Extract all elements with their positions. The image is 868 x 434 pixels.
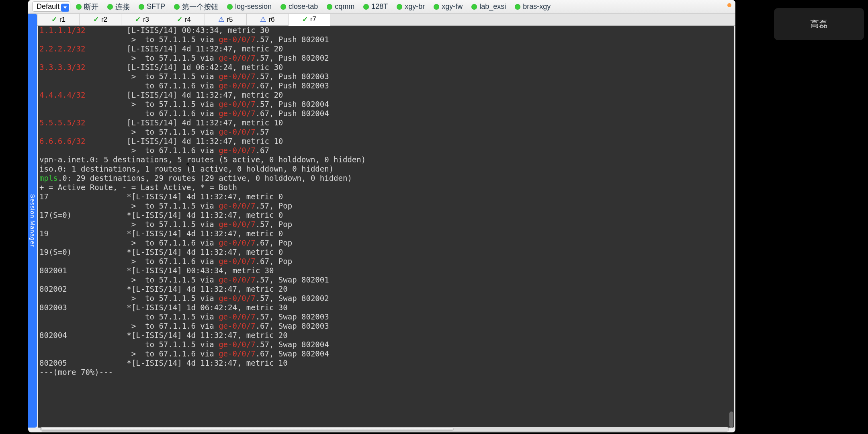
toolbar-button-第一个按钮[interactable]: 第一个按钮	[174, 2, 218, 12]
tab-label: r2	[101, 16, 107, 24]
terminal-highlight: ge-0/0/7	[219, 72, 256, 81]
terminal-text: > to 67.1.1.6 via	[39, 321, 219, 330]
tab-r2[interactable]: ✓r2	[80, 14, 121, 25]
terminal-highlight: ge-0/0/7	[219, 238, 256, 247]
terminal-text: to 67.1.1.6 via	[39, 81, 219, 90]
terminal-text: 802002 *[L-ISIS/14] 4d 11:32:47, metric …	[39, 285, 288, 293]
toolbar-button-xgy-br[interactable]: xgy-br	[397, 2, 425, 11]
terminal-text: .67, Push 802003	[256, 81, 329, 90]
vertical-scrollbar[interactable]	[729, 26, 733, 428]
terminal-text: .57, Push 802001	[256, 35, 329, 44]
tab-label: r7	[310, 15, 316, 23]
terminal-text: .57, Push 802002	[256, 53, 329, 62]
toolbar-button-label: 第一个按钮	[182, 2, 218, 12]
terminal-text: > to 57.1.1.5 via	[39, 275, 219, 284]
terminal-text: .57, Swap 802003	[256, 312, 329, 321]
terminal-text: 19(S=0) *[L-ISIS/14] 4d 11:32:47, metric…	[39, 248, 283, 256]
terminal-text: .57, Pop	[256, 201, 320, 210]
tab-r3[interactable]: ✓r3	[121, 14, 163, 25]
terminal-highlight: ge-0/0/7	[219, 53, 256, 62]
tab-r7[interactable]: ✓r7	[289, 14, 330, 26]
status-dot-icon	[139, 4, 144, 10]
status-dot-icon	[76, 4, 82, 10]
toolbar-button-label: close-tab	[289, 2, 318, 11]
terminal-text: .57	[256, 127, 269, 136]
terminal-highlight: ge-0/0/7	[219, 127, 256, 136]
terminal-text: .67, Pop	[256, 238, 320, 247]
terminal-highlight: 1.1.1.1/32	[39, 26, 85, 35]
terminal-text: > to 57.1.1.5 via	[39, 220, 219, 229]
terminal-text: 19 *[L-ISIS/14] 4d 11:32:47, metric 0	[39, 229, 283, 238]
terminal-line: 802004 *[L-ISIS/14] 4d 11:32:47, metric …	[39, 331, 734, 340]
terminal-text: [L-ISIS/14] 4d 11:32:47, metric 10	[85, 137, 283, 145]
toolbar-button-label: 连接	[115, 2, 130, 12]
status-dot-icon	[434, 4, 439, 10]
terminal-line: > to 67.1.1.6 via ge-0/0/7.67	[39, 146, 734, 155]
terminal-text: .0: 29 destinations, 29 routes (29 activ…	[58, 174, 352, 182]
terminal-highlight: 5.5.5.5/32	[39, 118, 85, 127]
terminal-highlight: ge-0/0/7	[219, 220, 256, 229]
toolbar-button-连接[interactable]: 连接	[107, 2, 130, 12]
tab-r4[interactable]: ✓r4	[163, 14, 205, 25]
toolbar-button-lab_exsi[interactable]: lab_exsi	[471, 2, 506, 11]
terminal-line: > to 57.1.1.5 via ge-0/0/7.57, Pop	[39, 201, 734, 211]
terminal-text: 802003 *[L-ISIS/14] 1d 06:42:24, metric …	[39, 303, 288, 312]
vertical-scrollbar-thumb[interactable]	[729, 411, 733, 428]
terminal-line: > to 57.1.1.5 via ge-0/0/7.57	[39, 127, 734, 137]
session-manager-label: Session Manager	[29, 194, 36, 247]
terminal-text: vpn-a.inet.0: 5 destinations, 5 routes (…	[39, 155, 366, 164]
toolbar-button-cqmm[interactable]: cqmm	[327, 2, 354, 11]
terminal-output[interactable]: 1.1.1.1/32 [L-ISIS/14] 00:43:34, metric …	[38, 26, 734, 428]
terminal-text: to 57.1.1.5 via	[39, 312, 219, 321]
toolbar-button-label: log-session	[235, 2, 272, 11]
toolbar-button-log-session[interactable]: log-session	[227, 2, 272, 11]
check-icon: ✓	[177, 15, 182, 24]
horizontal-scrollbar[interactable]	[40, 427, 729, 432]
status-dot-icon	[280, 4, 286, 10]
terminal-text: .67, Pop	[256, 257, 320, 266]
terminal-line: 1.1.1.1/32 [L-ISIS/14] 00:43:34, metric …	[39, 26, 734, 35]
terminal-highlight: ge-0/0/7	[219, 201, 256, 210]
toolbar-button-128T[interactable]: 128T	[363, 2, 388, 11]
status-dot-icon	[471, 4, 477, 10]
terminal-line: 802001 *[L-ISIS/14] 00:43:34, metric 30	[39, 266, 734, 275]
terminal-text: 802004 *[L-ISIS/14] 4d 11:32:47, metric …	[39, 331, 288, 340]
profile-select-wrap[interactable]: Default	[32, 2, 70, 11]
terminal-line: 802003 *[L-ISIS/14] 1d 06:42:24, metric …	[39, 303, 734, 312]
toolbar-button-断开[interactable]: 断开	[76, 2, 98, 12]
tab-bar: ✓r1✓r2✓r3✓r4⚠r5⚠r6✓r7	[28, 14, 735, 26]
terminal-text: 802001 *[L-ISIS/14] 00:43:34, metric 30	[39, 266, 274, 275]
session-manager-handle[interactable]: Session Manager	[28, 14, 37, 428]
toolbar-button-close-tab[interactable]: close-tab	[280, 2, 318, 11]
chevron-down-icon[interactable]	[61, 4, 69, 12]
terminal-text: .57, Push 802004	[256, 100, 329, 108]
terminal-line: + = Active Route, - = Last Active, * = B…	[39, 183, 734, 192]
terminal-text: > to 67.1.1.6 via	[39, 257, 219, 266]
tab-label: r4	[185, 16, 191, 24]
toolbar-button-label: 断开	[84, 2, 98, 12]
terminal-text: [L-ISIS/14] 00:43:34, metric 30	[85, 26, 269, 35]
terminal-highlight: 2.2.2.2/32	[39, 44, 85, 53]
terminal-text: > to 67.1.1.6 via	[39, 238, 219, 247]
terminal-line: > to 57.1.1.5 via ge-0/0/7.57, Swap 8020…	[39, 294, 734, 303]
tab-r1[interactable]: ✓r1	[38, 14, 80, 25]
terminal-text: 17 *[L-ISIS/14] 4d 11:32:47, metric 0	[39, 192, 283, 201]
terminal-highlight: ge-0/0/7	[219, 257, 256, 266]
terminal-line: > to 57.1.1.5 via ge-0/0/7.57, Push 8020…	[39, 72, 734, 81]
terminal-highlight: 4.4.4.4/32	[39, 90, 85, 99]
toolbar-button-SFTP[interactable]: SFTP	[139, 2, 165, 11]
right-floating-pane: 高磊	[774, 8, 864, 40]
terminal-line: to 57.1.1.5 via ge-0/0/7.57, Swap 802003	[39, 312, 734, 321]
horizontal-scrollbar-thumb[interactable]	[41, 428, 454, 431]
terminal-text: > to 67.1.1.6 via	[39, 349, 219, 358]
terminal-line: 802002 *[L-ISIS/14] 4d 11:32:47, metric …	[39, 285, 734, 294]
tab-r5[interactable]: ⚠r5	[205, 14, 247, 25]
tab-r6[interactable]: ⚠r6	[247, 14, 289, 25]
status-dot-icon	[363, 4, 369, 10]
terminal-line: 802005 *[L-ISIS/14] 4d 11:32:47, metric …	[39, 358, 734, 368]
toolbar-button-xgy-fw[interactable]: xgy-fw	[434, 2, 463, 11]
toolbar-button-bras-xgy[interactable]: bras-xgy	[515, 2, 551, 11]
terminal-line: iso.0: 1 destinations, 1 routes (1 activ…	[39, 164, 734, 174]
terminal-text: > to 57.1.1.5 via	[39, 100, 219, 108]
terminal-text: + = Active Route, - = Last Active, * = B…	[39, 183, 237, 192]
